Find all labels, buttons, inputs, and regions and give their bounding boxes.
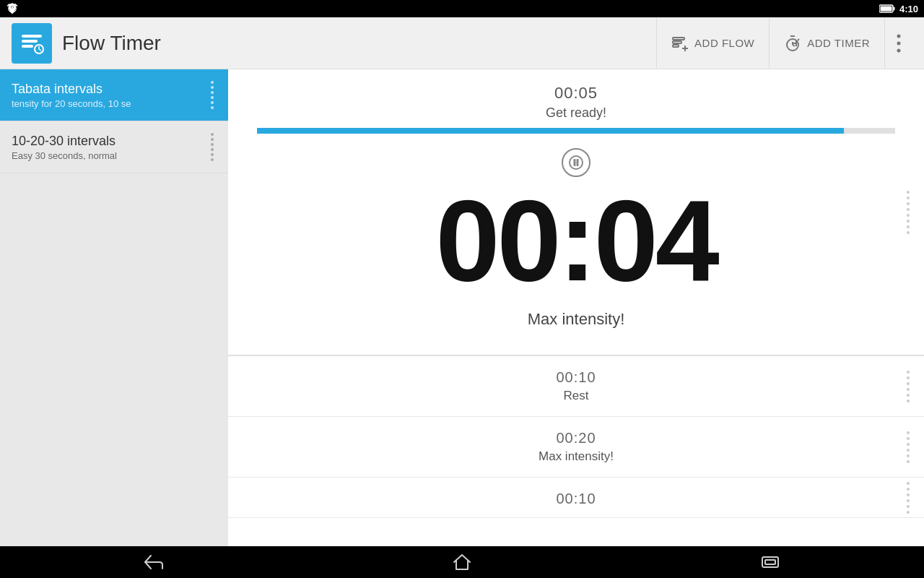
action-bar: Flow Timer ADD FLOW	[0, 17, 924, 69]
pause-icon	[569, 155, 583, 170]
app-title: Flow Timer	[62, 32, 656, 55]
upcoming-timer-1-time: 00:20	[556, 430, 596, 447]
upcoming-timer-1: 00:20 Max intensity!	[228, 417, 924, 478]
svg-rect-5	[880, 7, 892, 12]
upcoming-timer-0-time: 00:10	[556, 369, 596, 386]
battery-icon	[879, 4, 895, 13]
upcoming-timer-0-label: Rest	[564, 389, 589, 403]
big-timer[interactable]: 00:04	[435, 183, 716, 298]
svg-rect-15	[673, 45, 679, 47]
svg-line-20	[793, 45, 795, 46]
svg-point-27	[897, 48, 901, 52]
upcoming-timer-0: 00:10 Rest	[228, 356, 924, 417]
sidebar-item-tabata[interactable]: Tabata intervals tensity for 20 seconds,…	[0, 69, 228, 121]
svg-line-12	[39, 49, 41, 51]
svg-rect-29	[574, 159, 576, 166]
add-timer-button[interactable]: ADD TIMER	[769, 17, 884, 69]
progress-bar-container	[257, 128, 895, 134]
sidebar-item-tabata-title: Tabata intervals	[12, 82, 208, 97]
active-timer: 00:05 Get ready! 00:04 Max intensity!	[228, 69, 924, 356]
clock-time: 4:10	[899, 4, 918, 14]
back-button[interactable]	[125, 546, 183, 578]
svg-rect-8	[22, 40, 38, 43]
upcoming-timer-2: 00:10	[228, 478, 924, 518]
more-options-button[interactable]	[884, 17, 912, 69]
svg-rect-14	[673, 41, 681, 43]
add-timer-icon	[784, 35, 801, 52]
svg-point-26	[897, 41, 901, 45]
upcoming-timer-2-time: 00:10	[556, 491, 596, 507]
sidebar-item-intervals-subtitle: Easy 30 seconds, normal	[12, 150, 185, 161]
home-button[interactable]	[433, 546, 491, 578]
sidebar-item-intervals[interactable]: 10-20-30 intervals Easy 30 seconds, norm…	[0, 121, 228, 173]
add-flow-icon	[671, 35, 689, 52]
upcoming-timer-2-handle[interactable]	[907, 482, 910, 514]
status-bar: 4:10	[0, 0, 924, 17]
main-content: Tabata intervals tensity for 20 seconds,…	[0, 69, 924, 546]
status-left	[6, 2, 19, 15]
timer-header-time: 00:05	[554, 84, 598, 103]
upcoming-timer-1-handle[interactable]	[907, 431, 910, 463]
active-timer-handle[interactable]	[907, 191, 910, 234]
sidebar: Tabata intervals tensity for 20 seconds,…	[0, 69, 228, 546]
app-container: Flow Timer ADD FLOW	[0, 17, 924, 546]
recents-icon	[761, 555, 780, 569]
action-buttons: ADD FLOW ADD TIMER	[656, 17, 912, 69]
sidebar-item-intervals-title: 10-20-30 intervals	[12, 134, 208, 149]
svg-rect-32	[765, 560, 775, 564]
svg-line-22	[798, 39, 799, 40]
home-icon	[453, 553, 471, 571]
add-timer-label: ADD TIMER	[807, 37, 870, 49]
app-icon	[12, 23, 52, 64]
status-right: 4:10	[879, 4, 918, 14]
svg-rect-9	[22, 45, 33, 48]
alarm-icon	[6, 2, 19, 15]
sidebar-item-tabata-handle[interactable]	[208, 78, 217, 112]
sidebar-item-intervals-text: 10-20-30 intervals Easy 30 seconds, norm…	[12, 134, 208, 161]
sidebar-item-tabata-subtitle: tensity for 20 seconds, 10 se	[12, 98, 185, 109]
upcoming-timer-0-handle[interactable]	[907, 371, 910, 402]
back-icon	[144, 554, 164, 570]
progress-bar-fill	[257, 128, 844, 134]
sidebar-item-intervals-handle[interactable]	[208, 130, 217, 164]
svg-rect-13	[673, 38, 684, 40]
more-icon	[897, 34, 901, 53]
svg-point-25	[897, 34, 901, 38]
recents-button[interactable]	[741, 546, 799, 578]
active-timer-label: Max intensity!	[528, 310, 625, 329]
add-flow-button[interactable]: ADD FLOW	[656, 17, 769, 69]
pause-button[interactable]	[562, 148, 590, 177]
svg-rect-7	[22, 35, 42, 38]
timer-panel: 00:05 Get ready! 00:04 Max intensity!	[228, 69, 924, 546]
svg-point-28	[570, 156, 583, 169]
timer-header-label: Get ready!	[546, 105, 606, 121]
add-flow-label: ADD FLOW	[694, 37, 754, 49]
nav-bar	[0, 546, 924, 578]
sidebar-item-tabata-text: Tabata intervals tensity for 20 seconds,…	[12, 82, 208, 109]
svg-rect-6	[893, 7, 894, 11]
svg-rect-30	[577, 159, 579, 166]
upcoming-timer-1-label: Max intensity!	[539, 449, 614, 464]
